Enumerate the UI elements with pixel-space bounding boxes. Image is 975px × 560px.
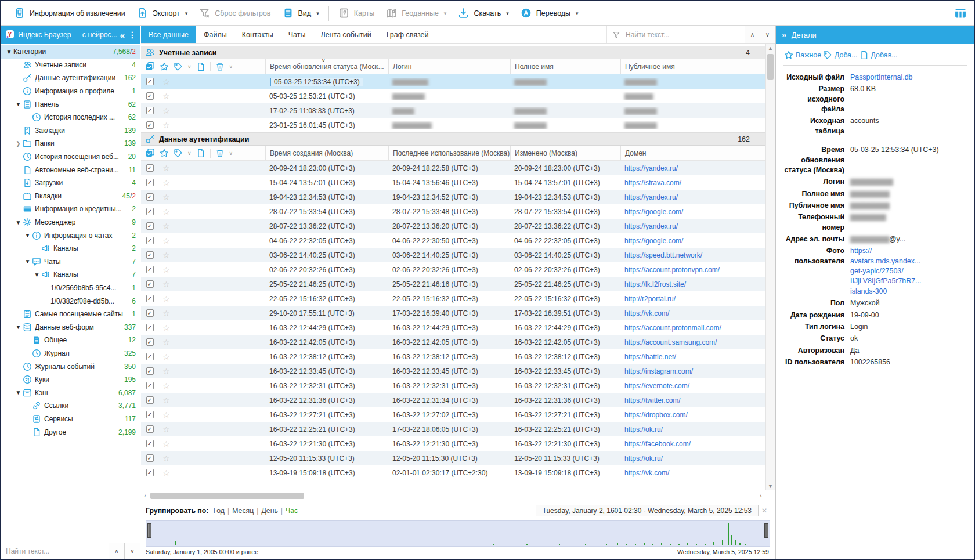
star-icon[interactable] xyxy=(160,149,169,158)
chevron-down-icon[interactable]: ∨ xyxy=(229,150,233,156)
table-row[interactable]: ✓☆23-01-25 16:01:45 (UTC+3)█████████████… xyxy=(141,118,765,132)
row-star-icon[interactable]: ☆ xyxy=(158,121,174,130)
row-star-icon[interactable]: ☆ xyxy=(158,222,174,231)
tree-item-папки[interactable]: ❯Папки139 xyxy=(1,137,140,150)
toolbar-button-export[interactable]: Экспорт▾ xyxy=(131,4,194,23)
tree-item-каналы[interactable]: ▼Каналы7 xyxy=(1,268,140,281)
tree-item-самые-посещаемые-сайты[interactable]: Самые посещаемые сайты1 xyxy=(1,308,140,321)
expand-open-icon[interactable]: ▼ xyxy=(14,389,23,396)
expand-open-icon[interactable]: ▼ xyxy=(23,258,32,265)
table-row[interactable]: ✓☆02-06-22 20:32:26 (UTC+3)02-06-22 20:3… xyxy=(141,262,765,277)
chevron-down-icon[interactable]: ∨ xyxy=(187,150,192,156)
tree-item-чаты[interactable]: ▼Чаты7 xyxy=(1,255,140,269)
row-star-icon[interactable]: ☆ xyxy=(158,309,174,318)
row-star-icon[interactable]: ☆ xyxy=(158,468,174,478)
expand-open-icon[interactable]: ▼ xyxy=(14,219,23,226)
tree-item-вкладки[interactable]: Вкладки45/2 xyxy=(1,190,140,203)
toolbar-button-extraction-info[interactable]: Информация об извлечении xyxy=(8,4,131,23)
column-header[interactable]: Изменено (Москва) xyxy=(510,146,620,160)
tab-4[interactable]: Лента событий xyxy=(313,26,378,43)
group-by-месяц[interactable]: Месяц xyxy=(232,507,254,515)
table-row[interactable]: ✓☆16-03-22 12:42:05 (UTC+3)16-03-22 12:4… xyxy=(141,335,765,349)
row-checkbox[interactable]: ✓ xyxy=(146,338,154,346)
row-star-icon[interactable]: ☆ xyxy=(158,77,174,86)
table-row[interactable]: ✓☆15-04-24 13:57:01 (UTC+3)15-04-24 13:5… xyxy=(141,175,765,190)
tree-item-общее[interactable]: Общее12 xyxy=(1,334,140,347)
table-row[interactable]: ✓☆04-06-22 22:32:05 (UTC+3)04-06-22 22:3… xyxy=(141,233,765,248)
table-row[interactable]: ✓☆19-04-23 12:34:53 (UTC+3)19-04-23 12:3… xyxy=(141,190,765,204)
select-all-icon[interactable] xyxy=(145,148,155,158)
tab-3[interactable]: Чаты xyxy=(281,26,313,43)
table-row[interactable]: ✓☆16-03-22 12:25:21 (UTC+3)17-03-22 18:0… xyxy=(141,422,765,436)
tab-2[interactable]: Контакты xyxy=(234,26,281,43)
row-star-icon[interactable]: ☆ xyxy=(158,178,174,187)
tree-item-ссылки[interactable]: Ссылки3,771 xyxy=(1,399,140,413)
row-star-icon[interactable]: ☆ xyxy=(158,425,174,434)
section-header[interactable]: Данные аутентификации162 xyxy=(141,132,765,146)
expand-open-icon[interactable]: ▼ xyxy=(23,232,32,239)
scroll-up-icon[interactable]: ▲ xyxy=(766,44,775,52)
table-row[interactable]: ✓☆16-03-22 12:33:45 (UTC+3)16-03-22 12:3… xyxy=(141,364,765,378)
expand-open-icon[interactable]: ▼ xyxy=(32,272,41,278)
tree-item-информация-о-чатах[interactable]: ▼Информация о чатах2 xyxy=(1,229,140,242)
row-star-icon[interactable]: ☆ xyxy=(158,352,174,362)
note-icon[interactable] xyxy=(196,62,205,71)
row-star-icon[interactable]: ☆ xyxy=(158,251,174,260)
horizontal-scrollbar[interactable]: ‹ › xyxy=(141,492,765,500)
vertical-scrollbar-thumb[interactable] xyxy=(767,54,774,80)
row-star-icon[interactable]: ☆ xyxy=(158,381,174,391)
row-checkbox[interactable]: ✓ xyxy=(146,454,154,462)
dropdown-caret-icon[interactable]: ▾ xyxy=(506,10,509,16)
table-row[interactable]: ✓☆25-05-22 21:46:25 (UTC+3)25-05-22 21:4… xyxy=(141,277,765,291)
table-row[interactable]: ✓☆28-07-22 15:33:54 (UTC+3)28-07-22 15:3… xyxy=(141,204,765,219)
details-action-tag[interactable]: Доба... xyxy=(823,50,857,60)
table-row[interactable]: ✓☆29-10-20 17:55:11 (UTC+3)17-03-22 16:3… xyxy=(141,306,765,320)
section-header[interactable]: Учетные записи4 xyxy=(141,46,765,59)
row-star-icon[interactable]: ☆ xyxy=(158,454,174,463)
table-row[interactable]: ✓☆17-02-25 11:08:33 (UTC+3)█████████████… xyxy=(141,103,765,118)
row-checkbox[interactable]: ✓ xyxy=(146,193,154,201)
row-checkbox[interactable]: ✓ xyxy=(146,107,154,114)
column-header[interactable]: Домен xyxy=(620,146,765,160)
row-checkbox[interactable]: ✓ xyxy=(146,295,154,302)
row-star-icon[interactable]: ☆ xyxy=(158,294,174,304)
row-checkbox[interactable]: ✓ xyxy=(146,396,154,404)
row-checkbox[interactable]: ✓ xyxy=(146,121,154,129)
row-checkbox[interactable]: ✓ xyxy=(146,309,154,317)
tree-item-история-последних-[interactable]: История последних ...62 xyxy=(1,111,140,124)
details-action-star[interactable]: Важное xyxy=(784,50,821,60)
row-star-icon[interactable]: ☆ xyxy=(158,280,174,289)
expand-closed-icon[interactable]: ❯ xyxy=(14,140,23,147)
table-row[interactable]: ✓☆22-05-22 15:16:32 (UTC+3)22-05-22 15:1… xyxy=(141,291,765,306)
sidebar-menu-button[interactable]: ⋮ xyxy=(128,30,136,39)
tree-item-кэш[interactable]: ▼Кэш6,087 xyxy=(1,386,140,399)
row-star-icon[interactable]: ☆ xyxy=(158,396,174,405)
table-row[interactable]: ✓☆20-09-24 18:23:00 (UTC+3)20-09-24 18:2… xyxy=(141,161,765,175)
row-star-icon[interactable]: ☆ xyxy=(158,410,174,420)
row-checkbox[interactable]: ✓ xyxy=(146,179,154,186)
table-row[interactable]: ✓☆16-03-22 12:38:12 (UTC+3)16-03-22 12:3… xyxy=(141,349,765,364)
row-checkbox[interactable]: ✓ xyxy=(146,208,154,215)
tree-item-категории[interactable]: ▼Категории7,568/2 xyxy=(1,45,140,59)
row-checkbox[interactable]: ✓ xyxy=(146,78,154,85)
row-star-icon[interactable]: ☆ xyxy=(158,106,174,115)
row-checkbox[interactable]: ✓ xyxy=(146,411,154,418)
table-row[interactable]: ✓☆16-03-22 12:21:30 (UTC+3)16-03-22 12:2… xyxy=(141,436,765,451)
row-star-icon[interactable]: ☆ xyxy=(158,265,174,274)
row-checkbox[interactable]: ✓ xyxy=(146,266,154,273)
row-checkbox[interactable]: ✓ xyxy=(146,92,154,100)
row-star-icon[interactable]: ☆ xyxy=(158,164,174,173)
row-star-icon[interactable]: ☆ xyxy=(158,367,174,376)
column-header[interactable]: Публичное имя xyxy=(620,59,765,74)
tree-item-данные-веб-форм[interactable]: ▼Данные веб-форм337 xyxy=(1,320,140,334)
sidebar-search-next-button[interactable]: ∨ xyxy=(124,543,140,559)
trash-icon[interactable] xyxy=(215,62,225,71)
tree-item-журнал[interactable]: Журнал325 xyxy=(1,347,140,360)
scroll-left-icon[interactable]: ‹ xyxy=(141,492,149,500)
table-row[interactable]: ✓☆16-03-22 12:32:31 (UTC+3)16-03-22 12:3… xyxy=(141,378,765,393)
group-by-год[interactable]: Год xyxy=(213,507,225,515)
scroll-down-icon[interactable]: ▼ xyxy=(766,482,775,490)
table-row[interactable]: ✓☆05-03-25 12:53:34 (UTC+3)█████████████… xyxy=(141,74,765,89)
tree-item-куки[interactable]: Куки195 xyxy=(1,373,140,386)
expand-open-icon[interactable]: ▼ xyxy=(14,324,23,330)
